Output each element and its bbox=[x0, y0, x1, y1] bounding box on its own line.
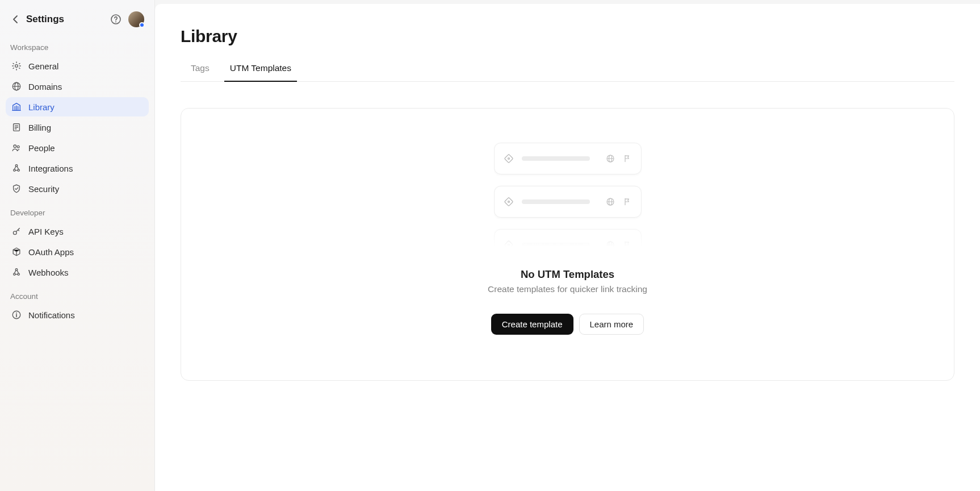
placeholder-bar bbox=[522, 199, 590, 204]
presence-dot-icon bbox=[139, 22, 145, 28]
cube-icon bbox=[11, 247, 22, 257]
avatar[interactable] bbox=[128, 11, 144, 27]
diamond-icon bbox=[504, 197, 514, 207]
sidebar-item-people[interactable]: People bbox=[6, 138, 149, 157]
sidebar-item-label: Security bbox=[28, 184, 59, 194]
tab-tags[interactable]: Tags bbox=[191, 60, 210, 81]
sidebar-section-label: Developer bbox=[6, 198, 149, 222]
webhook-icon bbox=[11, 163, 22, 173]
flag-icon bbox=[623, 197, 632, 206]
placeholder-bar bbox=[522, 156, 590, 161]
flag-icon bbox=[623, 154, 632, 163]
sidebar-section-label: Workspace bbox=[6, 33, 149, 56]
sidebar-item-library[interactable]: Library bbox=[6, 97, 149, 116]
create-template-button[interactable]: Create template bbox=[491, 314, 573, 335]
globe-icon bbox=[606, 197, 615, 206]
gear-icon bbox=[11, 61, 22, 71]
info-icon bbox=[11, 310, 22, 320]
webhook-icon bbox=[11, 267, 22, 277]
sidebar-item-domains[interactable]: Domains bbox=[6, 77, 149, 96]
diamond-icon bbox=[504, 240, 514, 250]
learn-more-button[interactable]: Learn more bbox=[579, 314, 644, 335]
flag-icon bbox=[623, 240, 632, 249]
sidebar-item-label: Webhooks bbox=[28, 268, 69, 277]
back-icon[interactable] bbox=[10, 14, 22, 25]
help-icon[interactable] bbox=[110, 14, 122, 25]
sidebar-item-label: API Keys bbox=[28, 227, 64, 236]
sidebar-item-label: Billing bbox=[28, 123, 51, 132]
page-title: Library bbox=[181, 27, 954, 46]
sidebar-item-integrations[interactable]: Integrations bbox=[6, 159, 149, 178]
tabs: TagsUTM Templates bbox=[181, 60, 954, 82]
sidebar-item-oauth-apps[interactable]: OAuth Apps bbox=[6, 242, 149, 261]
tab-utm-templates[interactable]: UTM Templates bbox=[230, 60, 291, 81]
diamond-icon bbox=[504, 153, 514, 164]
placeholder-bar bbox=[522, 243, 590, 247]
sidebar-item-label: Library bbox=[28, 102, 55, 112]
globe-icon bbox=[606, 240, 615, 249]
sidebar-item-label: Integrations bbox=[28, 164, 73, 173]
illustration-row bbox=[494, 143, 642, 174]
shield-icon bbox=[11, 184, 22, 194]
sidebar-item-label: Notifications bbox=[28, 310, 75, 320]
library-icon bbox=[11, 102, 22, 112]
sidebar-header: Settings bbox=[6, 9, 149, 33]
empty-state-subtitle: Create templates for quicker link tracki… bbox=[488, 284, 647, 294]
globe-icon bbox=[606, 154, 615, 163]
empty-state-title: No UTM Templates bbox=[521, 268, 614, 281]
sidebar-item-label: Domains bbox=[28, 82, 62, 91]
globe-icon bbox=[11, 81, 22, 91]
illustration-row bbox=[494, 186, 642, 218]
sidebar-item-security[interactable]: Security bbox=[6, 179, 149, 198]
sidebar-item-label: People bbox=[28, 143, 55, 153]
content-card: No UTM Templates Create templates for qu… bbox=[181, 108, 954, 381]
sidebar-item-label: General bbox=[28, 61, 58, 71]
settings-title: Settings bbox=[26, 14, 64, 25]
key-icon bbox=[11, 226, 22, 236]
receipt-icon bbox=[11, 122, 22, 132]
sidebar-item-general[interactable]: General bbox=[6, 56, 149, 76]
empty-state-actions: Create template Learn more bbox=[491, 314, 644, 335]
people-icon bbox=[11, 143, 22, 153]
illustration-row bbox=[494, 229, 642, 253]
sidebar-section-label: Account bbox=[6, 282, 149, 305]
sidebar: Settings WorkspaceGeneralDomainsLibraryB… bbox=[0, 0, 155, 491]
sidebar-item-notifications[interactable]: Notifications bbox=[6, 305, 149, 324]
sidebar-item-api-keys[interactable]: API Keys bbox=[6, 222, 149, 241]
empty-state-illustration bbox=[494, 143, 642, 253]
main: Library TagsUTM Templates No bbox=[155, 4, 980, 491]
sidebar-item-webhooks[interactable]: Webhooks bbox=[6, 263, 149, 282]
sidebar-item-label: OAuth Apps bbox=[28, 247, 74, 257]
sidebar-item-billing[interactable]: Billing bbox=[6, 118, 149, 137]
